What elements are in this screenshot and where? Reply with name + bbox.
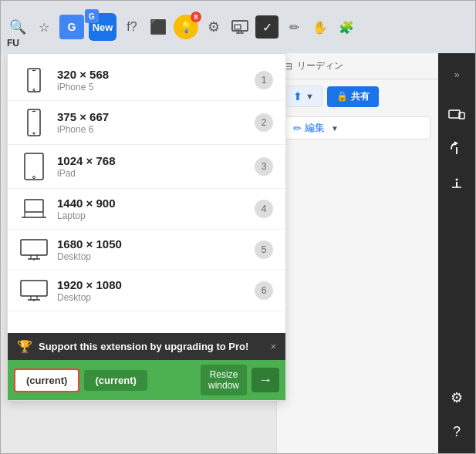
chrome-toolbar: 🔍 ☆ G New G f? ⬛ 💡 8 ⚙ [1,1,475,53]
ipad-number: 3 [255,157,273,176]
svg-rect-27 [449,110,460,118]
laptop-icon [20,199,48,219]
browser-window: 🔍 ☆ G New G f? ⬛ 💡 8 ⚙ [0,0,476,454]
svg-rect-1 [235,25,241,29]
device-item-ipad[interactable]: 1024 × 768 iPad 3 [8,145,285,189]
device-item-iphone6[interactable]: 375 × 667 iPhone 6 2 [8,101,285,145]
promo-bar: 🏆 Support this extension by upgrading to… [8,333,285,360]
search-icon[interactable]: 🔍 [7,16,29,38]
hand-icon[interactable]: ✋ [309,16,331,38]
svg-rect-13 [25,200,43,212]
sidebar-expand-button[interactable]: » [441,59,472,90]
sidebar-info-icon[interactable] [441,167,472,198]
bulb-icon[interactable]: 💡 8 [174,15,198,39]
badge-count: 8 [191,12,201,22]
resize-label: Resize window [208,369,239,391]
device-item-laptop[interactable]: 1440 × 900 Laptop 4 [8,189,285,230]
reading-label: リーディン [297,59,343,72]
svg-point-12 [33,177,35,179]
laptop-number: 4 [255,200,273,218]
pencil-icon: ✏ [293,123,302,134]
address-bar: FU [7,38,19,49]
puzzle-icon[interactable]: 🧩 [336,16,357,38]
action-bar: (current) (current) Resize window → [8,360,285,400]
settings-gear-icon[interactable]: ⚙ [203,16,224,38]
iphone6-info: 375 × 667 iPhone 6 [57,110,255,135]
share-row: ⬆ ▼ 🔒 共有 [277,79,438,113]
new-extension-icon[interactable]: New G [89,13,116,41]
sidebar-help-icon[interactable]: ? [441,416,472,447]
edit-dropdown-arrow: ▼ [331,124,339,133]
iphone5-icon [20,68,48,92]
share-upload-button[interactable]: ⬆ ▼ [285,86,322,107]
qr-icon[interactable]: ⬛ [147,16,169,38]
device-item-desktop1[interactable]: 1680 × 1050 Desktop 5 [8,230,285,271]
desktop1-info: 1680 × 1050 Desktop [57,237,255,262]
edit-label: 編集 [305,121,325,135]
iphone5-info: 320 × 568 iPhone 5 [57,68,255,92]
sidebar-rotate-icon[interactable] [441,133,472,164]
pen-icon[interactable]: ✏ [283,16,305,38]
promo-close-button[interactable]: × [270,341,276,352]
share-dropdown-arrow: ▼ [306,92,314,101]
svg-point-10 [33,133,35,134]
trophy-icon: 🏆 [17,339,32,354]
dropdown-container: ⊟ リーディン ⬆ ▼ 🔒 共有 [1,53,438,453]
device-item-partial [8,311,285,327]
svg-point-7 [33,89,35,90]
upload-icon: ⬆ [293,90,302,103]
sidebar-responsive-icon[interactable] [441,99,472,130]
svg-rect-22 [21,281,47,296]
laptop-name: Laptop [57,210,255,221]
svg-rect-11 [25,153,43,180]
svg-rect-5 [28,69,40,92]
svg-rect-17 [21,240,47,255]
desktop1-icon [20,239,48,261]
desktop2-icon [20,280,48,301]
iphone5-name: iPhone 5 [57,82,255,92]
iphone5-size: 320 × 568 [57,68,255,81]
current-inactive-button[interactable]: (current) [84,370,147,391]
edit-button[interactable]: ✏ 編集 ▼ [285,116,430,140]
desktop2-name: Desktop [57,292,255,303]
responsive-screen-icon[interactable] [229,16,251,38]
right-sidebar: » [438,53,475,453]
page-area: ⊟ リーディン ⬆ ▼ 🔒 共有 [1,53,438,453]
iphone6-icon [20,109,48,136]
laptop-info: 1440 × 900 Laptop [57,197,255,221]
share-label: 共有 [351,90,370,103]
svg-point-30 [456,179,458,181]
main-content: ⊟ リーディン ⬆ ▼ 🔒 共有 [1,53,475,453]
star-icon[interactable]: ☆ [33,16,55,38]
function-icon[interactable]: f? [121,16,143,38]
ipad-name: iPad [57,168,255,179]
promo-text: Support this extension by upgrading to P… [39,341,264,352]
ipad-info: 1024 × 768 iPad [57,154,255,179]
resize-window-button[interactable]: Resize window [201,365,247,395]
lock-icon: 🔒 [336,91,348,102]
browser-right-panel: ⊟ リーディン ⬆ ▼ 🔒 共有 [276,53,438,453]
desktop1-size: 1680 × 1050 [57,237,255,251]
check-icon[interactable]: ✓ [255,15,279,39]
arrow-icon: → [258,372,272,388]
laptop-size: 1440 × 900 [57,197,255,210]
google-extension-icon[interactable]: G [59,15,84,39]
desktop1-number: 5 [255,240,273,259]
desktop2-number: 6 [255,281,273,300]
iphone6-name: iPhone 6 [57,124,255,135]
device-item-iphone5[interactable]: 320 × 568 iPhone 5 1 [8,60,285,101]
arrow-button[interactable]: → [252,368,279,392]
ipad-size: 1024 × 768 [57,154,255,167]
desktop1-name: Desktop [57,251,255,262]
share-button[interactable]: 🔒 共有 [327,86,379,107]
device-dropdown-panel: 320 × 568 iPhone 5 1 [7,53,286,401]
ipad-icon [20,153,48,180]
browser-actions-bar: ⊟ リーディン [277,53,438,79]
iphone6-size: 375 × 667 [57,110,255,123]
sidebar-gear-icon[interactable]: ⚙ [441,382,472,413]
iphone6-number: 2 [255,113,273,132]
iphone5-number: 1 [255,71,273,89]
current-active-button[interactable]: (current) [14,368,79,392]
svg-rect-8 [28,109,40,136]
device-item-desktop2[interactable]: 1920 × 1080 Desktop 6 [8,271,285,311]
